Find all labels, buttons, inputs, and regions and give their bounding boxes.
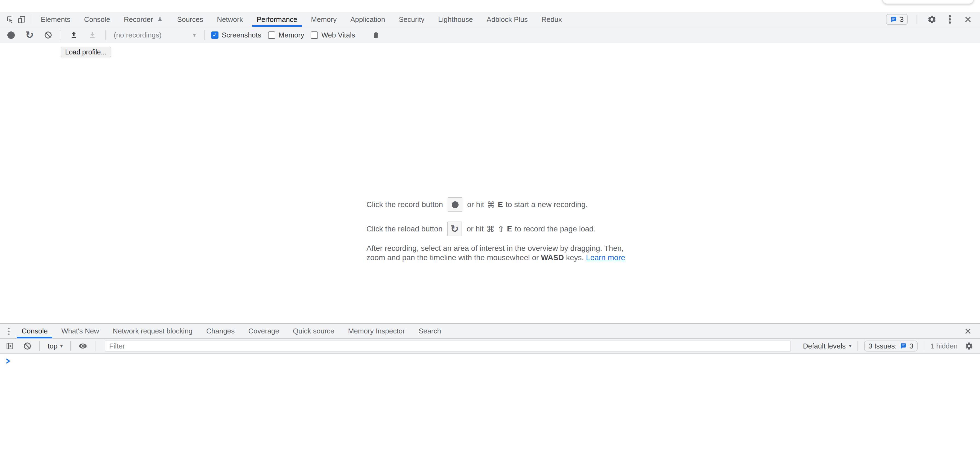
- chevron-down-icon: ▾: [60, 343, 63, 349]
- clear-button[interactable]: [42, 29, 54, 41]
- console-prompt[interactable]: [0, 354, 980, 365]
- web-vitals-checkbox[interactable]: [310, 32, 318, 39]
- prompt-chevron-icon: [5, 357, 11, 365]
- popup-remnant: [882, 0, 974, 4]
- console-messages-area: [0, 354, 980, 459]
- console-settings-button[interactable]: [963, 340, 975, 352]
- tab-recorder[interactable]: Recorder: [117, 12, 170, 27]
- tab-lighthouse[interactable]: Lighthouse: [431, 12, 480, 27]
- settings-button[interactable]: [926, 13, 938, 26]
- tab-memory[interactable]: Memory: [304, 12, 344, 27]
- garbage-collect-button[interactable]: [370, 29, 382, 41]
- issues-count: 3: [900, 15, 904, 24]
- screenshots-checkbox[interactable]: ✓: [211, 32, 218, 39]
- save-profile-button[interactable]: [86, 29, 99, 41]
- gear-icon: [965, 342, 974, 351]
- inspect-element-button[interactable]: [4, 13, 16, 26]
- clear-ban-icon: [23, 342, 32, 350]
- tab-sources[interactable]: Sources: [170, 12, 210, 27]
- record-button-illustration[interactable]: [448, 197, 462, 212]
- drawer-tab-coverage[interactable]: Coverage: [242, 324, 286, 338]
- toolbar-divider: [924, 341, 924, 351]
- drawer-tab-memory-inspector[interactable]: Memory Inspector: [341, 324, 412, 338]
- drawer-tab-network-request-blocking[interactable]: Network request blocking: [106, 324, 199, 338]
- tab-performance[interactable]: Performance: [250, 12, 304, 27]
- load-profile-button[interactable]: [68, 29, 80, 41]
- memory-checkbox-group[interactable]: Memory: [268, 31, 304, 39]
- memory-checkbox[interactable]: [268, 32, 275, 39]
- close-icon: [964, 16, 972, 23]
- log-levels-select[interactable]: Default levels ▾: [803, 342, 851, 351]
- reload-instruction-row: Click the reload button ↻ or hit ⌘ ⇧ E t…: [366, 221, 625, 237]
- console-toolbar: top ▾ Default levels ▾ 3 Issues:: [0, 339, 980, 354]
- toolbar-divider: [916, 15, 917, 24]
- close-drawer-button[interactable]: [962, 325, 974, 337]
- device-toolbar-icon: [18, 15, 26, 24]
- tab-adblock-plus[interactable]: Adblock Plus: [480, 12, 535, 27]
- toolbar-divider: [61, 30, 61, 40]
- tab-security[interactable]: Security: [392, 12, 431, 27]
- console-issues-button[interactable]: 3 Issues: 3: [864, 341, 918, 352]
- recordings-select-value: (no recordings): [114, 31, 162, 39]
- console-toolbar-right: Default levels ▾ 3 Issues: 3 1 hidden: [803, 340, 980, 352]
- toolbar-divider: [204, 30, 205, 40]
- reload-icon: ↻: [25, 30, 33, 40]
- tab-redux[interactable]: Redux: [535, 12, 569, 27]
- issues-counter-button[interactable]: 3: [886, 14, 908, 25]
- drawer-tab-search[interactable]: Search: [412, 324, 448, 338]
- toolbar-divider: [70, 341, 71, 351]
- drawer: Console What's New Network request block…: [0, 324, 980, 459]
- tab-network[interactable]: Network: [210, 12, 250, 27]
- gear-icon: [927, 15, 937, 24]
- upload-icon: [70, 31, 78, 39]
- tabbar-right-controls: 3: [886, 13, 980, 26]
- help-line-1: After recording, select an area of inter…: [366, 244, 625, 253]
- console-issues-count: 3: [910, 342, 913, 351]
- toolbar-divider: [40, 341, 40, 351]
- learn-more-link[interactable]: Learn more: [586, 253, 625, 262]
- tab-console[interactable]: Console: [77, 12, 117, 27]
- issues-bubble-icon: [900, 343, 907, 350]
- drawer-tabs: Console What's New Network request block…: [15, 324, 448, 338]
- console-sidebar-toggle-button[interactable]: [4, 340, 16, 352]
- kebab-menu-icon: [948, 15, 951, 24]
- toolbar-divider: [105, 30, 105, 40]
- screenshots-checkbox-group[interactable]: ✓ Screenshots: [211, 31, 261, 39]
- toolbar-divider: [858, 341, 858, 351]
- help-paragraph: After recording, select an area of inter…: [366, 244, 625, 262]
- e-key: E: [498, 200, 503, 209]
- panel-tabs: Elements Console Recorder Sources Networ…: [34, 12, 569, 27]
- command-key-icon: ⌘: [487, 224, 495, 234]
- screenshots-label[interactable]: Screenshots: [222, 31, 261, 39]
- load-profile-tooltip: Load profile...: [61, 47, 111, 57]
- download-icon: [88, 31, 97, 39]
- create-live-expression-button[interactable]: [77, 340, 89, 352]
- drawer-tab-console[interactable]: Console: [15, 324, 54, 338]
- e-key: E: [507, 225, 512, 233]
- web-vitals-label[interactable]: Web Vitals: [321, 31, 355, 39]
- kebab-menu-icon: [8, 327, 10, 335]
- more-options-button[interactable]: [944, 13, 956, 26]
- tab-elements[interactable]: Elements: [34, 12, 77, 27]
- reload-button-illustration[interactable]: ↻: [447, 222, 462, 236]
- recordings-select[interactable]: (no recordings) ▾: [114, 31, 196, 39]
- drawer-tab-quick-source[interactable]: Quick source: [286, 324, 341, 338]
- record-reload-button[interactable]: ↻: [24, 29, 35, 41]
- clear-console-button[interactable]: [21, 340, 33, 352]
- devtools-tabbar: Elements Console Recorder Sources Networ…: [0, 12, 980, 27]
- console-filter-input[interactable]: [105, 341, 790, 352]
- drawer-menu-button[interactable]: [6, 325, 11, 337]
- javascript-context-select[interactable]: top ▾: [46, 342, 64, 351]
- web-vitals-checkbox-group[interactable]: Web Vitals: [310, 31, 355, 39]
- drawer-tab-whats-new[interactable]: What's New: [54, 324, 106, 338]
- trash-icon: [372, 31, 380, 39]
- chevron-down-icon: ▾: [849, 343, 851, 349]
- record-button[interactable]: [5, 29, 17, 41]
- close-devtools-button[interactable]: [962, 13, 974, 26]
- device-toolbar-button[interactable]: [16, 13, 28, 26]
- drawer-tabbar: Console What's New Network request block…: [0, 324, 980, 339]
- memory-label[interactable]: Memory: [278, 31, 304, 39]
- issues-bubble-icon: [890, 16, 897, 23]
- drawer-tab-changes[interactable]: Changes: [199, 324, 242, 338]
- tab-application[interactable]: Application: [344, 12, 392, 27]
